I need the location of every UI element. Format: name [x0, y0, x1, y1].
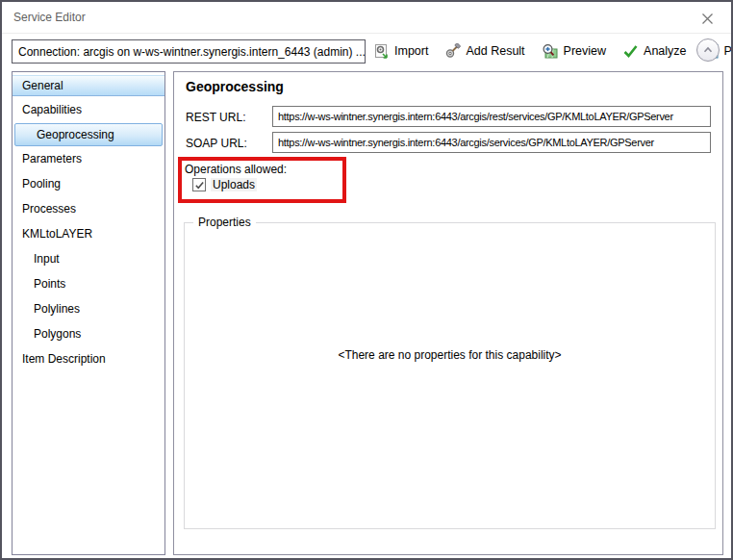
- toolbar: Connection: arcgis on w-ws-wintner.syner…: [2, 34, 731, 70]
- connection-dropdown[interactable]: Connection: arcgis on w-ws-wintner.syner…: [12, 39, 366, 64]
- sidebar-item-geoprocessing[interactable]: Geoprocessing: [14, 123, 163, 146]
- service-editor-window: Service Editor Connection: arcgis on w-w…: [0, 0, 733, 560]
- chevron-up-icon: [701, 43, 715, 57]
- sidebar-item-input[interactable]: Input: [13, 246, 164, 271]
- sidebar-item-polylines[interactable]: Polylines: [13, 296, 164, 321]
- sidebar-item-general[interactable]: General: [13, 75, 164, 96]
- sidebar-item-item-description[interactable]: Item Description: [13, 346, 164, 371]
- rest-url-label: REST URL:: [186, 111, 245, 124]
- properties-group: Properties <There are no properties for …: [184, 222, 716, 529]
- preview-button[interactable]: Preview: [542, 43, 606, 60]
- import-label: Import: [394, 44, 428, 58]
- sidebar-item-parameters[interactable]: Parameters: [13, 146, 164, 171]
- sidebar-nav: General Capabilities Geoprocessing Param…: [12, 71, 165, 555]
- properties-group-legend: Properties: [193, 216, 256, 229]
- publish-label: Publish: [724, 44, 733, 58]
- import-gear-page-icon: [373, 43, 390, 60]
- operations-allowed-label: Operations allowed:: [185, 163, 287, 176]
- add-result-button[interactable]: Add Result: [444, 43, 524, 60]
- sidebar-item-polygons[interactable]: Polygons: [13, 321, 164, 346]
- main-panel: Geoprocessing REST URL: https://w-ws-win…: [173, 71, 723, 555]
- sidebar-item-points[interactable]: Points: [13, 271, 164, 296]
- analyze-label: Analyze: [644, 44, 686, 58]
- properties-empty-message: <There are no properties for this capabi…: [185, 348, 715, 362]
- sidebar-item-kmltolayer[interactable]: KMLtoLAYER: [13, 221, 164, 246]
- rest-url-field[interactable]: https://w-ws-wintner.synergis.intern:644…: [272, 106, 711, 127]
- close-button[interactable]: [696, 8, 718, 29]
- magnifier-map-icon: [542, 43, 559, 60]
- analyze-button[interactable]: Analyze: [622, 43, 686, 59]
- toolbar-buttons: Import Add Result P: [373, 37, 733, 65]
- titlebar: Service Editor: [2, 2, 731, 33]
- close-icon: [701, 13, 714, 25]
- window-title: Service Editor: [13, 11, 86, 24]
- uploads-checkbox-row[interactable]: Uploads: [192, 178, 257, 191]
- add-result-label: Add Result: [466, 44, 524, 58]
- sidebar-item-capabilities[interactable]: Capabilities: [13, 96, 164, 123]
- gear-hammer-icon: [444, 43, 461, 60]
- checkmark-icon: [194, 180, 205, 191]
- soap-url-label: SOAP URL:: [186, 137, 247, 150]
- import-button[interactable]: Import: [373, 43, 428, 60]
- preview-label: Preview: [564, 44, 606, 58]
- uploads-checkbox[interactable]: [192, 178, 206, 191]
- green-check-icon: [622, 43, 639, 59]
- sidebar-item-pooling[interactable]: Pooling: [13, 171, 164, 196]
- collapse-panel-button[interactable]: [696, 38, 720, 62]
- page-title: Geoprocessing: [186, 79, 284, 94]
- uploads-checkbox-label: Uploads: [211, 178, 257, 191]
- soap-url-field[interactable]: https://w-ws-wintner.synergis.intern:644…: [272, 132, 711, 153]
- sidebar-item-processes[interactable]: Processes: [13, 196, 164, 221]
